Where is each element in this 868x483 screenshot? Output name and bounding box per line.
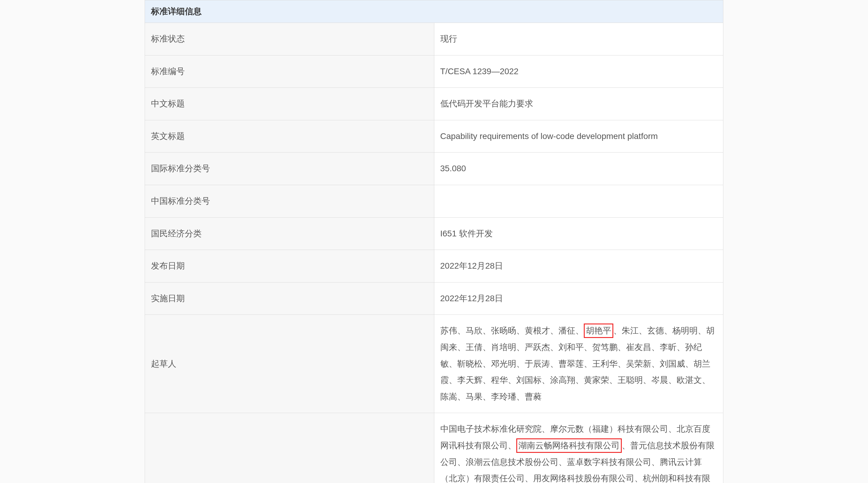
row-title-en: 英文标题 Capability requirements of low-code… [145,120,723,153]
value-intl-class: 35.080 [434,153,723,185]
drafters-highlight: 胡艳平 [584,324,613,338]
drafters-prefix: 苏伟、马欣、张旸旸、黄根才、潘征、 [440,326,584,335]
row-orgs: 起草单位 中国电子技术标准化研究院、摩尔元数（福建）科技有限公司、北京百度网讯科… [145,413,723,483]
value-cn-class [434,185,723,217]
value-status: 现行 [434,23,723,56]
value-title-en: Capability requirements of low-code deve… [434,120,723,153]
label-impl-date: 实施日期 [145,282,434,315]
row-impl-date: 实施日期 2022年12月28日 [145,282,723,315]
standard-info-table: 标准详细信息 标准状态 现行 标准编号 T/CESA 1239—2022 中文标… [145,0,723,483]
label-status: 标准状态 [145,23,434,56]
value-pub-date: 2022年12月28日 [434,250,723,282]
row-ne-class: 国民经济分类 I651 软件开发 [145,217,723,250]
orgs-highlight: 湖南云畅网络科技有限公司 [516,439,622,453]
row-cn-class: 中国标准分类号 [145,185,723,217]
label-ne-class: 国民经济分类 [145,217,434,250]
label-cn-class: 中国标准分类号 [145,185,434,217]
row-status: 标准状态 现行 [145,23,723,56]
label-title-cn: 中文标题 [145,88,434,120]
value-impl-date: 2022年12月28日 [434,282,723,315]
label-pub-date: 发布日期 [145,250,434,282]
label-drafters: 起草人 [145,315,434,413]
row-code: 标准编号 T/CESA 1239—2022 [145,55,723,88]
row-pub-date: 发布日期 2022年12月28日 [145,250,723,282]
label-intl-class: 国际标准分类号 [145,153,434,185]
drafters-suffix: 、朱江、玄德、杨明明、胡闽来、王倩、肖培明、严跃杰、刘和平、贺笃鹏、崔友昌、李昕… [440,326,715,401]
table-header-row: 标准详细信息 [145,0,723,23]
label-title-en: 英文标题 [145,120,434,153]
row-intl-class: 国际标准分类号 35.080 [145,153,723,185]
value-code: T/CESA 1239—2022 [434,55,723,88]
value-orgs: 中国电子技术标准化研究院、摩尔元数（福建）科技有限公司、北京百度网讯科技有限公司… [434,413,723,483]
row-drafters: 起草人 苏伟、马欣、张旸旸、黄根才、潘征、胡艳平、朱江、玄德、杨明明、胡闽来、王… [145,315,723,413]
value-ne-class: I651 软件开发 [434,217,723,250]
row-title-cn: 中文标题 低代码开发平台能力要求 [145,88,723,120]
value-drafters: 苏伟、马欣、张旸旸、黄根才、潘征、胡艳平、朱江、玄德、杨明明、胡闽来、王倩、肖培… [434,315,723,413]
label-code: 标准编号 [145,55,434,88]
value-title-cn: 低代码开发平台能力要求 [434,88,723,120]
table-header-title: 标准详细信息 [145,0,723,23]
label-orgs: 起草单位 [145,413,434,483]
